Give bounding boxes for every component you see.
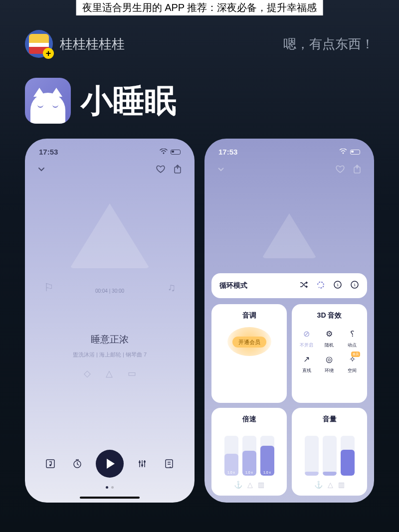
svg-point-6 <box>141 464 143 466</box>
speed-bar-3[interactable]: 1.0 x <box>260 436 274 476</box>
wifi-icon <box>160 148 168 156</box>
status-time: 17:53 <box>39 148 58 156</box>
cards-row-1: 音调 开通会员 3D 音效 ⊘ 不开启 ⚙ 随机 ⸮ <box>211 304 367 403</box>
svg-point-9 <box>343 153 344 154</box>
speed-bar-2[interactable]: 1.0 x <box>242 436 256 476</box>
avatar-add-badge[interactable]: + <box>43 48 54 59</box>
vol-bar-1[interactable] <box>305 436 319 476</box>
phone-left: 17:53 ⚐ ♫ <box>25 139 195 503</box>
shuffle-icon[interactable] <box>299 280 308 291</box>
chevron-down-icon[interactable] <box>216 165 225 176</box>
status-right <box>339 148 360 156</box>
fx3d-grid: ⊘ 不开启 ⚙ 随机 ⸮ 动点 ↗ 直线 <box>297 327 362 374</box>
battery-icon <box>171 150 181 155</box>
piano-icon: ▥ <box>338 481 345 489</box>
svg-text:1: 1 <box>354 283 356 287</box>
tone-title: 音调 <box>242 311 256 320</box>
speed-bars: 1.0 x 1.0 x 1.0 x <box>224 431 274 476</box>
tagline: 嗯，有点东西！ <box>283 35 374 53</box>
phone-right: 17:53 循环模式 <box>204 139 374 503</box>
triangle-visual <box>70 203 150 268</box>
repeat-one-icon[interactable]: 1 <box>333 280 342 291</box>
app-name: 小睡眠 <box>81 79 177 123</box>
vol-bar-3[interactable] <box>341 436 355 476</box>
vol-bar-2[interactable] <box>323 436 337 476</box>
author-name: 桂桂桂桂桂 <box>60 35 125 53</box>
song-block: 睡意正浓 盥洗沐浴 | 海上邮轮 | 钢琴曲 7 <box>25 333 195 358</box>
volume-card: 音量 ⚓ △ ▥ <box>292 408 367 496</box>
status-time: 17:53 <box>218 148 237 156</box>
speed-card: 倍速 1.0 x 1.0 x 1.0 x ⚓ △ ▥ <box>211 408 287 496</box>
off-icon: ⊘ <box>300 327 313 340</box>
random-icon: ⚙ <box>323 327 336 340</box>
music-note-button[interactable] <box>42 455 59 472</box>
home-indicator <box>80 497 140 499</box>
vip-badge-icon: 会员 <box>351 352 360 357</box>
fx-space[interactable]: 会员 ✧ 空间 <box>342 353 362 374</box>
anchor-icon: ⚓ <box>314 481 323 489</box>
volume-icons: ⚓ △ ▥ <box>314 481 345 489</box>
fx-off[interactable]: ⊘ 不开启 <box>297 327 317 349</box>
equalizer-button[interactable] <box>134 455 151 472</box>
loop-title: 循环模式 <box>219 281 247 290</box>
list-button[interactable] <box>161 455 178 472</box>
anchor-icon: ⚓ <box>234 481 242 489</box>
fx3d-title: 3D 音效 <box>317 311 342 320</box>
repeat-icon[interactable] <box>316 280 325 291</box>
piano-icon: ♫ <box>168 281 176 294</box>
avatar[interactable]: + <box>25 30 53 58</box>
surround-icon: ◎ <box>323 353 336 365</box>
mini-icon-1: ◇ <box>84 368 91 379</box>
cards-row-2: 倍速 1.0 x 1.0 x 1.0 x ⚓ △ ▥ 音量 <box>211 408 367 496</box>
vip-glow: 开通会员 <box>227 327 271 356</box>
moving-icon: ⸮ <box>346 327 359 340</box>
once-icon[interactable]: 1 <box>350 280 359 291</box>
mini-icons: ◇ △ ▭ <box>25 368 195 379</box>
mini-icon-3: ▭ <box>128 368 136 379</box>
status-bar: 17:53 <box>25 139 195 160</box>
fx-surround[interactable]: ◎ 环绕 <box>320 353 340 374</box>
app-icon[interactable] <box>25 78 71 124</box>
triangle-visual <box>262 213 317 258</box>
svg-rect-8 <box>166 460 173 468</box>
heart-icon[interactable] <box>335 164 345 176</box>
speed-bar-1[interactable]: 1.0 x <box>224 436 238 476</box>
chevron-down-icon[interactable] <box>37 165 46 176</box>
fx-moving[interactable]: ⸮ 动点 <box>342 327 362 349</box>
svg-point-0 <box>163 153 165 154</box>
wifi-icon <box>339 148 347 156</box>
app-title-row: 小睡眠 <box>0 68 399 139</box>
song-subtitle: 盥洗沐浴 | 海上邮轮 | 钢琴曲 7 <box>25 351 195 358</box>
piano-icon: ▥ <box>258 481 264 489</box>
page-banner: 夜里适合男生用的 APP 推荐：深夜必备，提升幸福感 <box>76 0 323 15</box>
song-title: 睡意正浓 <box>25 333 195 346</box>
timer-button[interactable] <box>69 455 86 472</box>
flag-icon: ⚐ <box>44 281 54 294</box>
fx-line[interactable]: ↗ 直线 <box>297 353 317 374</box>
speed-title: 倍速 <box>242 415 256 424</box>
loop-icons: 1 1 <box>299 280 359 291</box>
svg-rect-2 <box>46 460 54 468</box>
svg-point-5 <box>139 461 141 463</box>
triangle-icon: △ <box>328 481 333 489</box>
page-dots <box>25 486 195 489</box>
author-block[interactable]: + 桂桂桂桂桂 <box>25 30 125 58</box>
playback-time: 00:04 | 30:00 <box>95 288 124 294</box>
battery-icon <box>350 150 360 155</box>
player-bar <box>25 450 195 478</box>
svg-point-7 <box>144 461 146 463</box>
volume-title: 音量 <box>323 415 337 424</box>
share-icon[interactable] <box>173 164 183 176</box>
mini-icon-2: △ <box>106 368 113 379</box>
volume-bars <box>305 431 355 476</box>
share-icon[interactable] <box>352 164 362 176</box>
dot-1 <box>106 486 108 489</box>
play-button[interactable] <box>96 450 124 478</box>
cat-icon <box>30 93 65 124</box>
nav-row <box>204 160 374 180</box>
status-right <box>160 148 181 156</box>
fx-random[interactable]: ⚙ 随机 <box>320 327 340 349</box>
nav-row <box>25 160 195 180</box>
vip-button[interactable]: 开通会员 <box>232 337 266 348</box>
heart-icon[interactable] <box>156 164 166 176</box>
